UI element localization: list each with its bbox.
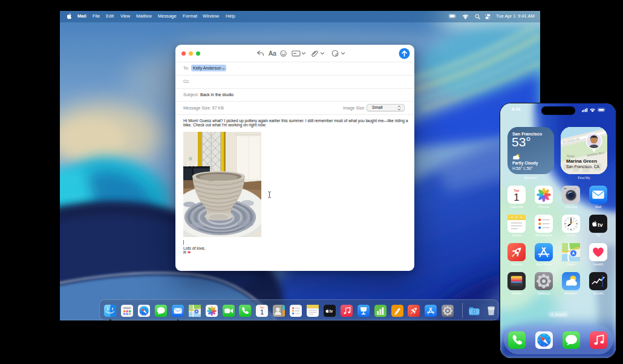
svg-text:Aa: Aa xyxy=(269,50,276,57)
